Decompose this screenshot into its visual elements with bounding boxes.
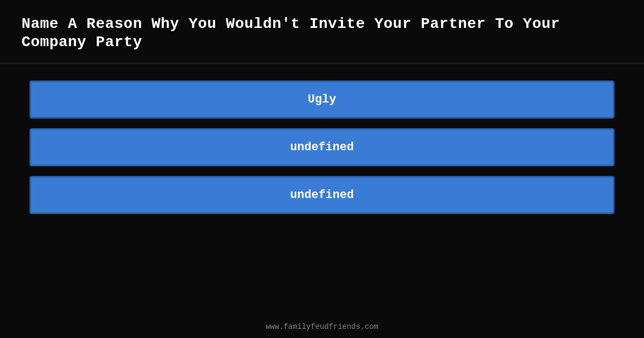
answer-card-1[interactable]: Ugly [30, 80, 614, 119]
footer: www.familyfeudfriends.com [0, 315, 644, 338]
question-title: Name A Reason Why You Wouldn't Invite Yo… [21, 15, 623, 51]
answer-card-2[interactable]: undefined [30, 128, 614, 166]
header: Name A Reason Why You Wouldn't Invite Yo… [0, 0, 644, 64]
answer-text-2: undefined [290, 141, 354, 154]
answer-text-3: undefined [290, 188, 354, 202]
answer-text-1: Ugly [308, 93, 336, 106]
answer-card-3[interactable]: undefined [30, 176, 614, 214]
footer-url: www.familyfeudfriends.com [266, 322, 378, 331]
answers-container: Ugly undefined undefined [0, 64, 644, 315]
